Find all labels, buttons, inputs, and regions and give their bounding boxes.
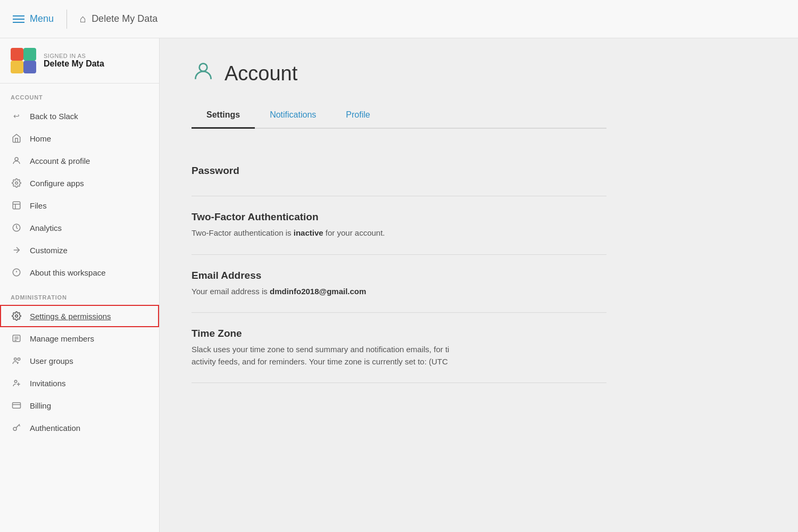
timezone-text-line1: Slack uses your time zone to send summar… — [192, 345, 449, 354]
home-label: Home — [30, 134, 51, 143]
administration-section-label: ADMINISTRATION — [0, 284, 159, 305]
sidebar-item-billing[interactable]: Billing — [0, 394, 159, 417]
sidebar-item-analytics[interactable]: Analytics — [0, 217, 159, 239]
section-timezone: Time Zone Slack uses your time zone to s… — [192, 313, 606, 383]
svg-point-4 — [15, 157, 18, 161]
topbar: Menu ⌂ Delete My Data — [0, 0, 798, 38]
logo-text-area: SIGNED IN AS Delete My Data — [44, 53, 104, 69]
email-text-before: Your email address is — [192, 287, 270, 296]
invitations-label: Invitations — [30, 379, 66, 388]
email-address-value: dmdinfo2018@gmail.com — [270, 287, 366, 296]
two-factor-text-before: Two-Factor authentication is — [192, 228, 294, 237]
svg-rect-2 — [11, 61, 23, 73]
svg-point-29 — [200, 63, 207, 71]
svg-rect-1 — [23, 48, 36, 61]
configure-apps-label: Configure apps — [30, 179, 84, 188]
home-nav-icon — [11, 132, 22, 144]
sidebar-item-user-groups[interactable]: User groups — [0, 350, 159, 372]
files-icon — [11, 200, 22, 211]
tabs: Settings Notifications Profile — [192, 104, 606, 129]
sidebar-workspace-name: Delete My Data — [44, 59, 104, 69]
manage-members-label: Manage members — [30, 334, 94, 343]
topbar-divider — [66, 10, 67, 29]
account-section-label: ACCOUNT — [0, 84, 159, 105]
back-arrow-icon: ↩ — [11, 110, 22, 122]
user-groups-label: User groups — [30, 356, 73, 365]
signed-in-label: SIGNED IN AS — [44, 53, 104, 59]
svg-rect-6 — [13, 202, 20, 209]
section-email-title: Email Address — [192, 270, 606, 281]
sidebar-item-manage-members[interactable]: Manage members — [0, 327, 159, 350]
two-factor-status: inactive — [294, 228, 323, 237]
svg-rect-24 — [13, 403, 21, 409]
two-factor-text-after: for your account. — [323, 228, 385, 237]
svg-point-19 — [14, 358, 17, 361]
home-icon: ⌂ — [80, 13, 86, 25]
tab-profile[interactable]: Profile — [331, 104, 385, 129]
manage-members-icon — [11, 332, 22, 344]
page-title: Account — [225, 62, 297, 85]
page-title-account-icon — [192, 60, 215, 88]
sidebar-item-back-to-slack[interactable]: ↩ Back to Slack — [0, 105, 159, 127]
billing-label: Billing — [30, 401, 51, 410]
sidebar-item-configure-apps[interactable]: Configure apps — [0, 172, 159, 194]
section-two-factor-title: Two-Factor Authentication — [192, 211, 606, 223]
workspace-logo-icon — [11, 48, 36, 73]
customize-icon — [11, 244, 22, 256]
section-password-title: Password — [192, 165, 606, 177]
configure-apps-icon — [11, 177, 22, 189]
customize-label: Customize — [30, 246, 68, 255]
section-email: Email Address Your email address is dmdi… — [192, 255, 606, 313]
layout: SIGNED IN AS Delete My Data ACCOUNT ↩ Ba… — [0, 38, 798, 532]
hamburger-icon — [13, 15, 24, 23]
section-timezone-text: Slack uses your time zone to send summar… — [192, 344, 606, 368]
sidebar-item-settings-permissions[interactable]: Settings & permissions — [0, 305, 159, 327]
sidebar-item-home[interactable]: Home — [0, 127, 159, 149]
account-profile-icon — [11, 155, 22, 167]
svg-point-20 — [18, 358, 20, 361]
user-groups-icon — [11, 355, 22, 367]
section-two-factor: Two-Factor Authentication Two-Factor aut… — [192, 196, 606, 255]
back-to-slack-label: Back to Slack — [30, 112, 78, 121]
section-password: Password — [192, 150, 606, 196]
svg-point-5 — [15, 182, 18, 185]
authentication-label: Authentication — [30, 423, 80, 433]
svg-point-14 — [15, 315, 18, 318]
timezone-text-line2: activity feeds, and for reminders. Your … — [192, 357, 448, 366]
settings-permissions-label: Settings & permissions — [30, 312, 111, 321]
main-content: Account Settings Notifications Profile P… — [160, 38, 798, 532]
menu-button[interactable]: Menu — [13, 13, 54, 24]
content-inner: Account Settings Notifications Profile P… — [160, 38, 638, 404]
svg-rect-3 — [23, 61, 36, 73]
topbar-workspace: ⌂ Delete My Data — [80, 13, 157, 25]
sidebar-item-files[interactable]: Files — [0, 194, 159, 217]
invitations-icon — [11, 377, 22, 389]
analytics-icon — [11, 222, 22, 234]
sidebar-item-about-workspace[interactable]: About this workspace — [0, 261, 159, 284]
sidebar-item-account-profile[interactable]: Account & profile — [0, 149, 159, 172]
tab-settings[interactable]: Settings — [192, 104, 255, 129]
sidebar: SIGNED IN AS Delete My Data ACCOUNT ↩ Ba… — [0, 38, 160, 532]
about-workspace-label: About this workspace — [30, 268, 106, 277]
section-email-text: Your email address is dmdinfo2018@gmail.… — [192, 286, 606, 298]
sidebar-item-customize[interactable]: Customize — [0, 239, 159, 261]
section-two-factor-text: Two-Factor authentication is inactive fo… — [192, 227, 606, 239]
section-timezone-title: Time Zone — [192, 328, 606, 339]
svg-line-28 — [19, 425, 20, 426]
menu-label: Menu — [30, 13, 54, 24]
analytics-label: Analytics — [30, 223, 62, 232]
sidebar-item-authentication[interactable]: Authentication — [0, 417, 159, 439]
svg-point-21 — [14, 380, 17, 383]
svg-point-26 — [13, 427, 16, 430]
sidebar-item-invitations[interactable]: Invitations — [0, 372, 159, 394]
sidebar-logo: SIGNED IN AS Delete My Data — [0, 38, 159, 84]
page-title-area: Account — [192, 60, 606, 88]
settings-permissions-icon — [11, 310, 22, 322]
account-profile-label: Account & profile — [30, 156, 90, 165]
files-label: Files — [30, 201, 47, 210]
about-icon — [11, 267, 22, 278]
svg-rect-0 — [11, 48, 23, 61]
tab-notifications[interactable]: Notifications — [255, 104, 331, 129]
billing-icon — [11, 400, 22, 411]
authentication-icon — [11, 422, 22, 434]
